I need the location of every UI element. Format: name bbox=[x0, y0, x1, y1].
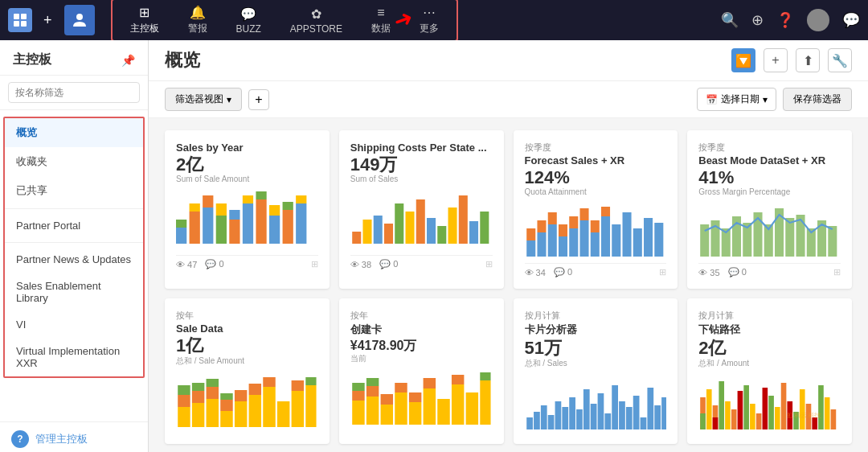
sidebar-title: 主控板 bbox=[13, 51, 51, 68]
svg-rect-127 bbox=[612, 385, 618, 429]
header-actions: 🔽 + ⬆ 🔧 bbox=[731, 48, 852, 72]
sidebar-item-overview[interactable]: 概览 bbox=[5, 118, 143, 147]
user-avatar[interactable] bbox=[807, 9, 829, 31]
svg-rect-0 bbox=[14, 14, 19, 19]
help-circle[interactable]: ? bbox=[11, 430, 29, 448]
tab-buzz[interactable]: 💬 BUZZ bbox=[222, 3, 276, 38]
svg-rect-146 bbox=[756, 413, 762, 429]
svg-rect-105 bbox=[409, 402, 421, 425]
add-icon[interactable]: ⊕ bbox=[751, 11, 764, 29]
svg-rect-149 bbox=[775, 407, 780, 429]
sidebar-item-shared[interactable]: 已共享 bbox=[5, 176, 143, 205]
svg-rect-147 bbox=[763, 388, 768, 429]
nav-add-button[interactable]: + bbox=[43, 12, 52, 29]
sidebar-item-favorites-label: 收藏夹 bbox=[16, 154, 47, 169]
svg-rect-17 bbox=[256, 199, 266, 244]
sidebar-section-box: 概览 收藏夹 已共享 Partner Portal Partner News &… bbox=[3, 117, 145, 378]
tab-dashboard[interactable]: ⊞ 主控板 bbox=[116, 2, 174, 39]
date-picker-button[interactable]: 📅 选择日期 ▾ bbox=[697, 88, 776, 111]
calendar-icon: 📅 bbox=[706, 94, 718, 105]
date-picker-label: 选择日期 bbox=[721, 92, 760, 106]
svg-rect-73 bbox=[178, 395, 190, 407]
share-button[interactable]: ⬆ bbox=[796, 48, 820, 72]
sidebar-item-sales-library[interactable]: Sales Enablement Library bbox=[5, 273, 143, 311]
help-icon[interactable]: ❓ bbox=[776, 11, 794, 29]
chat-icon[interactable]: 💬 bbox=[842, 11, 860, 29]
card-analyzer[interactable]: 按月计算 卡片分析器 51万 总和 / Sales bbox=[514, 298, 678, 444]
sidebar-item-partner-news-label: Partner News & Updates bbox=[16, 253, 131, 265]
svg-rect-99 bbox=[366, 386, 379, 397]
card-footer: 👁 38 💬 0 ⊞ bbox=[350, 255, 493, 269]
svg-rect-55 bbox=[622, 212, 631, 257]
card-create[interactable]: 按年 创建卡 ¥4178.90万 当前 bbox=[339, 298, 504, 444]
card-sub: 总和 / Sales bbox=[525, 358, 667, 369]
svg-rect-115 bbox=[526, 417, 533, 429]
alert-icon: 🔔 bbox=[190, 5, 206, 20]
sidebar-header: 主控板 📌 bbox=[0, 40, 148, 76]
settings-button[interactable]: 🔧 bbox=[828, 48, 852, 72]
svg-rect-77 bbox=[192, 383, 204, 391]
manage-dashboard-link[interactable]: 管理主控板 bbox=[35, 432, 88, 446]
card-category: 按年 bbox=[176, 310, 318, 322]
card-chart bbox=[698, 200, 841, 260]
filter-left: 筛选器视图 ▾ + bbox=[165, 88, 269, 111]
appstore-icon: ✿ bbox=[311, 6, 321, 22]
filter-bar: 筛选器视图 ▾ + 📅 选择日期 ▾ 保存筛选器 bbox=[149, 81, 868, 118]
svg-rect-34 bbox=[448, 208, 457, 244]
svg-rect-19 bbox=[269, 216, 280, 244]
svg-rect-121 bbox=[569, 397, 575, 429]
svg-rect-16 bbox=[243, 195, 253, 203]
svg-rect-114 bbox=[480, 372, 490, 380]
svg-rect-139 bbox=[713, 417, 719, 429]
sidebar-item-virtual-impl[interactable]: Virtual Implementation XXR bbox=[5, 338, 143, 376]
card-title: Sale Data bbox=[176, 323, 318, 335]
card-forecast-sales[interactable]: 按季度 Forecast Sales + XR 124% Quota Attai… bbox=[514, 130, 678, 289]
filter-view-button[interactable]: 筛选器视图 ▾ bbox=[165, 88, 242, 111]
svg-rect-43 bbox=[547, 212, 556, 224]
tab-dashboard-label: 主控板 bbox=[130, 22, 159, 35]
card-drilldown[interactable]: 按月计算 下钻路径 2亿 总和 / Amount bbox=[687, 298, 852, 444]
card-beast-mode[interactable]: 按季度 Beast Mode DataSet + XR 41% Gross Ma… bbox=[687, 130, 852, 289]
svg-rect-29 bbox=[395, 203, 403, 244]
search-icon[interactable]: 🔍 bbox=[721, 11, 739, 29]
search-input[interactable] bbox=[8, 82, 140, 103]
filter-right: 📅 选择日期 ▾ 保存筛选器 bbox=[697, 88, 852, 111]
card-shipping-costs[interactable]: Shipping Costs Per State ... 149万 Sum of… bbox=[339, 130, 504, 289]
tab-alert[interactable]: 🔔 警报 bbox=[174, 2, 222, 39]
tab-more[interactable]: ⋯ 更多 bbox=[405, 2, 453, 39]
svg-rect-150 bbox=[781, 383, 787, 429]
filter-button[interactable]: 🔽 bbox=[731, 48, 755, 72]
svg-rect-97 bbox=[352, 383, 364, 391]
cards-grid: Sales by Year 2亿 Sum of Sale Amount bbox=[149, 118, 868, 452]
tab-appstore[interactable]: ✿ APPSTORE bbox=[276, 3, 357, 38]
svg-rect-116 bbox=[534, 412, 540, 429]
card-sale-data[interactable]: 按年 Sale Data 1亿 总和 / Sale Amount bbox=[165, 298, 330, 444]
sidebar-item-partner-news[interactable]: Partner News & Updates bbox=[5, 246, 143, 273]
svg-rect-143 bbox=[738, 391, 743, 429]
card-views: 47 bbox=[187, 260, 197, 269]
tab-data[interactable]: ≡ 数据 bbox=[357, 2, 405, 39]
svg-rect-90 bbox=[277, 401, 289, 427]
pin-icon[interactable]: 📌 bbox=[121, 54, 135, 67]
sidebar-item-partner-portal[interactable]: Partner Portal bbox=[5, 212, 143, 239]
svg-rect-25 bbox=[352, 232, 361, 244]
add-card-button[interactable]: + bbox=[764, 48, 788, 72]
top-navigation: + ⊞ 主控板 🔔 警报 💬 BUZZ ✿ APPSTORE ≡ bbox=[0, 0, 868, 40]
card-chart bbox=[176, 187, 318, 252]
sidebar-divider1 bbox=[5, 208, 143, 209]
save-filter-button[interactable]: 保存筛选器 bbox=[783, 88, 852, 111]
svg-rect-3 bbox=[21, 21, 27, 27]
card-chart bbox=[350, 187, 493, 252]
svg-rect-53 bbox=[601, 207, 610, 216]
svg-rect-22 bbox=[283, 202, 293, 210]
svg-rect-80 bbox=[207, 379, 219, 387]
card-sales-by-year[interactable]: Sales by Year 2亿 Sum of Sale Amount bbox=[165, 130, 330, 289]
add-filter-button[interactable]: + bbox=[248, 89, 269, 110]
card-value: 149万 bbox=[350, 155, 493, 175]
svg-rect-18 bbox=[256, 191, 266, 199]
card-title: Shipping Costs Per State ... bbox=[350, 142, 493, 154]
sidebar-item-vi[interactable]: VI bbox=[5, 311, 143, 338]
sidebar-item-favorites[interactable]: 收藏夹 bbox=[5, 147, 143, 176]
svg-rect-79 bbox=[207, 387, 219, 399]
card-sub: Quota Attainment bbox=[525, 187, 667, 196]
